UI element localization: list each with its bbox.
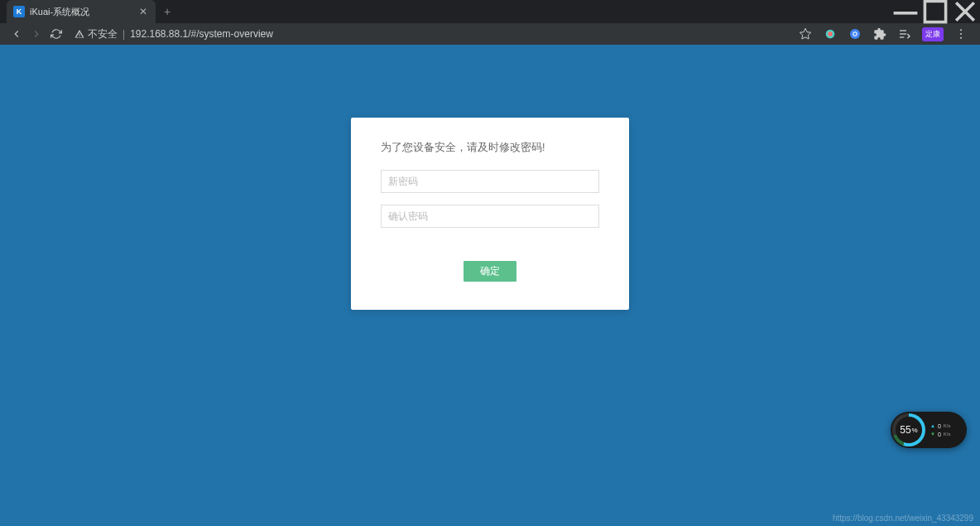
ok-button[interactable]: 确定 — [464, 261, 516, 282]
confirm-password-input[interactable] — [381, 205, 599, 228]
arrow-down-icon: ▼ — [930, 432, 935, 437]
new-tab-button[interactable]: + — [164, 5, 171, 18]
insecure-warning: 不安全 — [74, 27, 118, 41]
forward-button[interactable] — [26, 24, 46, 44]
reading-list-icon[interactable] — [897, 27, 912, 41]
network-monitor-widget[interactable]: 55% ▲ 0 K/s ▼ 0 K/s — [891, 412, 967, 448]
arrow-up-icon: ▲ — [930, 423, 935, 428]
chrome-icon[interactable] — [848, 27, 862, 41]
url-text: 192.168.88.1/#/system-overview — [130, 28, 273, 40]
cpu-gauge: 55% — [892, 413, 925, 446]
tab-title: iKuai-系统概况 — [30, 6, 137, 18]
extensions-puzzle-icon[interactable] — [872, 27, 887, 41]
toolbar-right: 定康 — [798, 27, 973, 41]
upload-row: ▲ 0 K/s — [930, 423, 965, 429]
bookmark-star-icon[interactable] — [798, 27, 813, 41]
insecure-label: 不安全 — [88, 27, 118, 41]
svg-point-7 — [853, 32, 856, 35]
minimize-icon[interactable] — [891, 0, 920, 23]
browser-chrome: K iKuai-系统概况 ✕ + — [0, 0, 980, 45]
upload-unit: K/s — [944, 423, 951, 428]
gauge-percent: 55 — [900, 424, 910, 436]
menu-kebab-icon[interactable] — [954, 27, 968, 41]
address-divider: | — [122, 28, 125, 40]
download-unit: K/s — [944, 432, 951, 437]
gauge-percent-suffix: % — [912, 427, 918, 434]
svg-point-11 — [960, 29, 962, 31]
svg-point-12 — [960, 33, 962, 35]
net-stats: ▲ 0 K/s ▼ 0 K/s — [925, 423, 965, 437]
back-button[interactable] — [7, 24, 26, 44]
svg-rect-0 — [894, 12, 918, 15]
tab-bar: K iKuai-系统概况 ✕ + — [0, 0, 980, 23]
warning-icon — [74, 29, 84, 39]
maximize-icon[interactable] — [920, 0, 950, 23]
address-bar[interactable]: 不安全 | 192.168.88.1/#/system-overview — [74, 27, 798, 41]
svg-rect-1 — [925, 1, 945, 22]
nav-bar: 不安全 | 192.168.88.1/#/system-overview 定康 — [0, 23, 980, 45]
tab-favicon: K — [13, 6, 25, 17]
page-content: 为了您设备安全，请及时修改密码! 确定 55% ▲ 0 K/s ▼ 0 K/s … — [0, 45, 980, 526]
window-controls — [891, 0, 980, 23]
password-dialog: 为了您设备安全，请及时修改密码! 确定 — [351, 118, 629, 310]
close-icon[interactable]: ✕ — [137, 6, 149, 17]
browser-tab[interactable]: K iKuai-系统概况 ✕ — [7, 0, 156, 23]
svg-point-4 — [828, 31, 832, 36]
profile-avatar[interactable]: 定康 — [922, 27, 944, 41]
close-window-icon[interactable] — [950, 0, 980, 23]
new-password-input[interactable] — [381, 170, 599, 193]
svg-marker-2 — [800, 28, 810, 39]
watermark-text: https://blog.csdn.net/weixin_43343299 — [833, 514, 973, 523]
upload-value: 0 — [938, 423, 941, 429]
reload-button[interactable] — [46, 24, 66, 44]
svg-point-13 — [960, 37, 962, 39]
gauge-value: 55% — [896, 417, 922, 443]
extension-icon-1[interactable] — [823, 27, 838, 41]
dialog-message: 为了您设备安全，请及时修改密码! — [381, 141, 599, 155]
download-value: 0 — [938, 432, 941, 437]
download-row: ▼ 0 K/s — [930, 432, 965, 437]
